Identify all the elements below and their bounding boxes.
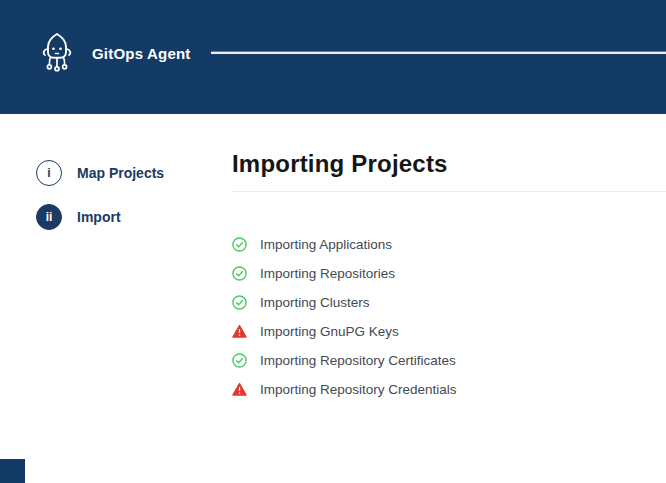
- import-status-row: Importing GnuPG Keys: [232, 317, 666, 346]
- import-status-label: Importing Repository Credentials: [260, 382, 457, 397]
- check-circle-icon: [232, 295, 247, 310]
- import-status-list: Importing Applications Importing Reposit…: [232, 230, 666, 404]
- import-status-label: Importing GnuPG Keys: [260, 324, 399, 339]
- step-label: Import: [77, 209, 121, 225]
- import-status-label: Importing Clusters: [260, 295, 370, 310]
- step-map-projects[interactable]: i Map Projects: [36, 160, 164, 186]
- footer-fragment: [0, 459, 25, 483]
- step-label: Map Projects: [77, 165, 164, 181]
- warning-triangle-icon: [232, 324, 247, 339]
- import-status-row: Importing Applications: [232, 230, 666, 259]
- import-status-label: Importing Applications: [260, 237, 392, 252]
- wizard-steps-sidebar: i Map Projects ii Import: [36, 160, 164, 248]
- import-status-row: Importing Repository Credentials: [232, 375, 666, 404]
- warning-triangle-icon: [232, 382, 247, 397]
- title-divider: [232, 191, 666, 192]
- check-circle-icon: [232, 266, 247, 281]
- app-header: GitOps Agent: [0, 0, 666, 114]
- app-window: GitOps Agent i Map Projects ii Import Im…: [0, 0, 666, 483]
- import-status-row: Importing Clusters: [232, 288, 666, 317]
- header-divider-line: [211, 52, 666, 54]
- import-status-label: Importing Repositories: [260, 266, 395, 281]
- page-title: Importing Projects: [232, 150, 666, 178]
- check-circle-icon: [232, 353, 247, 368]
- check-circle-icon: [232, 237, 247, 252]
- app-title: GitOps Agent: [92, 45, 191, 62]
- import-status-label: Importing Repository Certificates: [260, 353, 456, 368]
- import-status-row: Importing Repositories: [232, 259, 666, 288]
- import-progress-panel: Importing Projects Importing Application…: [232, 150, 666, 404]
- squid-logo-icon: [38, 31, 76, 75]
- import-status-row: Importing Repository Certificates: [232, 346, 666, 375]
- step-number-badge: ii: [36, 204, 62, 230]
- step-import[interactable]: ii Import: [36, 204, 164, 230]
- step-number-badge: i: [36, 160, 62, 186]
